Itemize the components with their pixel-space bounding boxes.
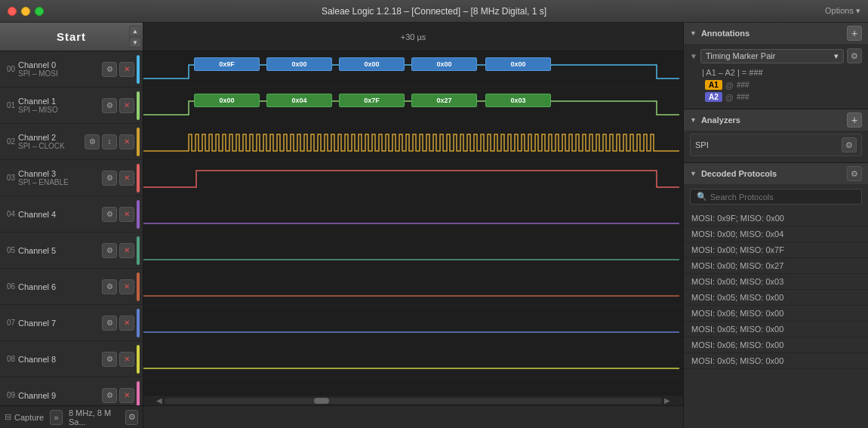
timing-dropdown[interactable]: Timing Marker Pair ▾ [700,49,844,63]
options-menu[interactable]: Options ▾ [825,6,860,16]
ch-label-0: SPI – MOSI [18,69,102,78]
a1-row: A1 @ ### [690,80,862,90]
scroll-right-button[interactable]: ▶ [662,396,673,406]
scroll-up-button[interactable]: ▲ [129,26,141,36]
ch-name-5: Channel 5 [18,246,102,255]
ch-actions-3: ⚙ ✕ [102,171,134,186]
ch-number-2: 02 [3,137,18,146]
channel-row-0: 00 Channel 0 SPI – MOSI ⚙ ✕ [0,51,143,88]
ch-close-button-0[interactable]: ✕ [119,62,134,77]
ch-close-button-4[interactable]: ✕ [119,207,134,222]
ch-color-bar-1 [137,91,140,120]
ch-close-button-5[interactable]: ✕ [119,243,134,258]
window-controls [8,7,44,16]
ch-close-button-1[interactable]: ✕ [119,98,134,113]
search-input[interactable] [710,192,855,202]
protocol-item-9[interactable]: MOSI: 0x05; MISO: 0x00 [684,353,868,369]
ch-gear-button-9[interactable]: ⚙ [102,388,117,403]
waveform-svg-9 [143,377,683,395]
protocol-item-7[interactable]: MOSI: 0x05; MISO: 0x00 [684,322,868,337]
annotations-section: ▼ Annotations + ▼ Timing Marker Pair ▾ ⚙… [684,23,868,109]
decoded-protocols-gear-button[interactable]: ⚙ [847,166,862,181]
protocol-item-8[interactable]: MOSI: 0x06; MISO: 0x00 [684,337,868,353]
ch-name-3: Channel 3 [18,169,102,178]
waveform-scrollbar[interactable]: ◀ ▶ [143,395,683,405]
ch-close-button-8[interactable]: ✕ [119,352,134,367]
ch-extra-button-2[interactable]: ↕ [102,134,117,149]
analyzers-body: SPI ⚙ [684,131,868,162]
protocol-item-2[interactable]: MOSI: 0x00; MISO: 0x7F [684,242,868,258]
ch-actions-5: ⚙ ✕ [102,243,134,258]
waveform-content[interactable]: 0x9F0x000x000x000x000x000x040x7F0x270x03 [143,51,683,395]
capture-icon: ⊟ [5,412,11,422]
ch-label-2: SPI – CLOCK [18,142,85,150]
ch-actions-1: ⚙ ✕ [102,98,134,113]
ch-gear-button-8[interactable]: ⚙ [102,352,117,367]
decoded-triangle: ▼ [690,170,697,177]
protocol-item-5[interactable]: MOSI: 0x05; MISO: 0x00 [684,290,868,306]
protocol-item-1[interactable]: MOSI: 0x00; MISO: 0x04 [684,226,868,242]
waveform-channel-2 [143,124,683,160]
ch-close-button-7[interactable]: ✕ [119,316,134,331]
forward-button[interactable]: » [50,410,63,425]
ch-gear-button-0[interactable]: ⚙ [102,62,117,77]
ch-gear-button-4[interactable]: ⚙ [102,207,117,222]
miso-packet-2: 0x7F [339,94,405,107]
ch-name-0: Channel 0 [18,60,102,69]
ch-gear-button-7[interactable]: ⚙ [102,316,117,331]
scrollbar-track[interactable] [165,398,662,404]
start-button[interactable]: Start [57,30,86,43]
ch-gear-button-2[interactable]: ⚙ [85,134,100,149]
protocol-item-0[interactable]: MOSI: 0x9F; MISO: 0x00 [684,211,868,226]
annotations-add-button[interactable]: + [847,26,862,41]
ch-close-button-3[interactable]: ✕ [119,171,134,186]
ch-gear-button-3[interactable]: ⚙ [102,171,117,186]
search-box[interactable]: 🔍 [690,189,862,205]
a2-at: @ [725,93,734,102]
ch-info-0: Channel 0 SPI – MOSI [18,60,102,78]
ch-actions-0: ⚙ ✕ [102,62,134,77]
waveform-svg-7 [143,305,683,341]
ch-info-4: Channel 4 [18,210,102,219]
scrollbar-thumb[interactable] [314,398,329,404]
spi-analyzer-item[interactable]: SPI ⚙ [690,134,862,156]
ch-label-1: SPI – MISO [18,106,102,114]
protocol-item-4[interactable]: MOSI: 0x00; MISO: 0x03 [684,274,868,290]
scroll-left-button[interactable]: ◀ [154,396,165,406]
ch-name-2: Channel 2 [18,133,85,142]
waveform-area: +30 µs 0x9F0x000x000x000x000x000x040x7F0… [143,23,683,428]
ch-color-bar-3 [137,164,140,192]
protocol-list[interactable]: MOSI: 0x9F; MISO: 0x00MOSI: 0x00; MISO: … [684,209,868,428]
minimize-button[interactable] [21,7,30,16]
ch-name-6: Channel 6 [18,282,102,291]
annotations-triangle: ▼ [690,29,697,37]
maximize-button[interactable] [35,7,44,16]
ch-gear-button-1[interactable]: ⚙ [102,98,117,113]
ch-color-bar-7 [137,309,140,337]
ch-info-6: Channel 6 [18,282,102,291]
ch-gear-button-5[interactable]: ⚙ [102,243,117,258]
a2-value: ### [737,93,749,101]
waveform-channel-6 [143,269,683,305]
ch-close-button-6[interactable]: ✕ [119,279,134,294]
ch-close-button-2[interactable]: ✕ [119,134,134,149]
device-settings-button[interactable]: ⚙ [125,410,138,425]
protocol-item-3[interactable]: MOSI: 0x00; MISO: 0x27 [684,258,868,274]
channel-row-7: 07 Channel 7 ⚙ ✕ [0,305,143,341]
ch-gear-button-6[interactable]: ⚙ [102,279,117,294]
ch-name-7: Channel 7 [18,319,102,328]
miso-packet-0: 0x00 [194,94,260,107]
close-button[interactable] [8,7,17,16]
scroll-down-button[interactable]: ▼ [129,37,141,48]
ch-number-9: 09 [3,391,18,399]
spi-gear-button[interactable]: ⚙ [842,137,857,152]
timing-gear-button[interactable]: ⚙ [847,48,862,63]
ch-info-9: Channel 9 [18,391,102,400]
analyzers-add-button[interactable]: + [847,112,862,128]
ch-close-button-9[interactable]: ✕ [119,388,134,403]
channel-row-2: 02 Channel 2 SPI – CLOCK ⚙ ↕ ✕ [0,124,143,160]
protocol-item-6[interactable]: MOSI: 0x06; MISO: 0x00 [684,306,868,322]
a1-badge: A1 [705,80,722,90]
capture-item[interactable]: ⊟ Capture [5,412,44,422]
ch-name-8: Channel 8 [18,355,102,364]
